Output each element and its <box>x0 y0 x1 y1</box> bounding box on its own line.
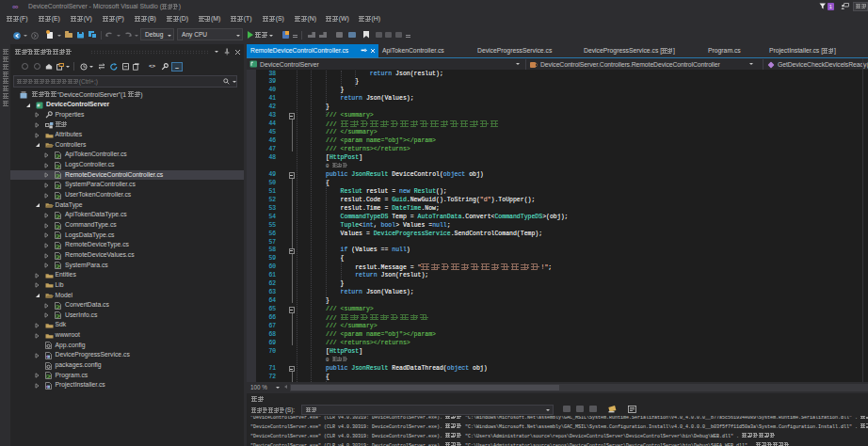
svg-text:#: # <box>48 374 51 379</box>
svg-text:#: # <box>57 224 60 229</box>
svg-text:#: # <box>57 154 60 159</box>
svg-text:#: # <box>57 304 60 309</box>
svg-text:#: # <box>57 264 60 269</box>
svg-text:#: # <box>57 184 60 189</box>
svg-text:#: # <box>57 234 60 239</box>
svg-text:#: # <box>57 254 60 259</box>
svg-text:#: # <box>57 164 60 168</box>
svg-text:#: # <box>57 214 60 218</box>
svg-text:#: # <box>57 194 60 199</box>
svg-text:#: # <box>57 314 60 319</box>
svg-text:#: # <box>57 244 60 248</box>
svg-text:#: # <box>57 174 60 179</box>
